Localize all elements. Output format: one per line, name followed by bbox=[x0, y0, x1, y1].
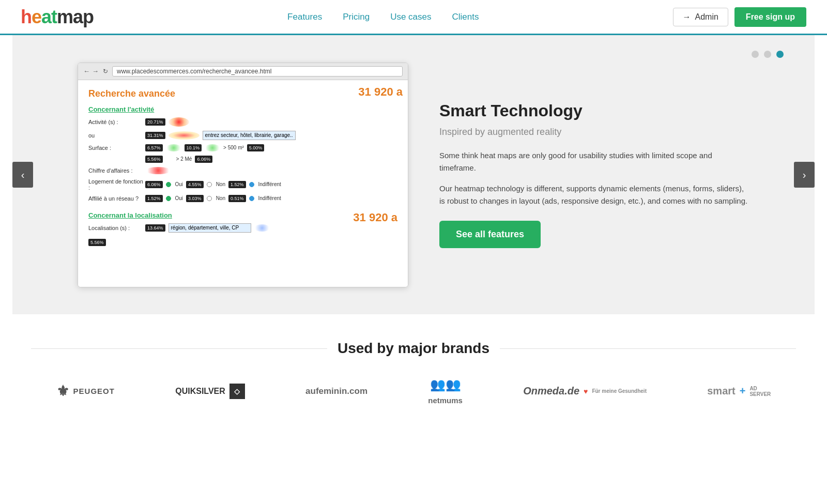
hm-indiff2-label: Indifférent bbox=[258, 195, 281, 201]
hm-heat-surface2 bbox=[205, 144, 220, 151]
brand-quiksilver: QUIKSILVER ◇ bbox=[175, 384, 245, 399]
quiksilver-box: ◇ bbox=[229, 384, 245, 399]
hero-heading: Smart Technology bbox=[439, 101, 749, 120]
slider-prev-button[interactable]: ‹ bbox=[12, 162, 33, 188]
hm-row-surface2: 5.56% > 2 Mé 6.06% bbox=[88, 156, 397, 163]
nav-use-cases[interactable]: Use cases bbox=[390, 12, 431, 22]
hm-non2-label: Non bbox=[216, 195, 225, 201]
hm-radio-non2 bbox=[207, 196, 212, 201]
onmeda-label: Onmeda.de bbox=[523, 385, 579, 397]
quiksilver-icon: ◇ bbox=[234, 387, 240, 395]
hm-oui2-label: Oui bbox=[175, 195, 183, 201]
hm-controls-logement: 6.06% Oui 4.55% Non 1.52% Indifférent bbox=[145, 181, 397, 188]
hm-row-surface: Surface : 6.57% 10.1% > 500 m² 5.00% bbox=[88, 144, 397, 151]
back-arrow[interactable]: ← bbox=[83, 67, 90, 75]
see-all-features-button[interactable]: See all features bbox=[439, 221, 541, 248]
nav-features[interactable]: Features bbox=[287, 12, 322, 22]
peugeot-label: PEUGEOT bbox=[73, 387, 115, 395]
nav-pricing[interactable]: Pricing bbox=[343, 12, 370, 22]
browser-body: Recherche avancée 31 920 a Concernant l'… bbox=[78, 80, 408, 287]
hm-input-localisation[interactable] bbox=[169, 223, 251, 233]
hm-oui-label: Oui bbox=[175, 181, 183, 187]
hm-controls-affilie: 1.52% Oui 3.03% Non 0.51% Indifférent bbox=[145, 195, 397, 202]
admin-button[interactable]: → Admin bbox=[673, 8, 728, 26]
hm-label-500: > 500 m² bbox=[223, 145, 244, 150]
onmeda-heart-icon: ♥ bbox=[584, 387, 588, 395]
hm-row-localisation: Localisation (s) : 13.64% bbox=[88, 223, 353, 233]
aufeminin-label: aufeminin.com bbox=[305, 386, 367, 396]
brands-section: Used by major brands ⚜ PEUGEOT QUIKSILVE… bbox=[0, 314, 827, 425]
slider-dot-3[interactable] bbox=[776, 51, 784, 58]
nav-clients[interactable]: Clients bbox=[452, 12, 479, 22]
hm-controls-surface2: 5.56% > 2 Mé 6.06% bbox=[145, 156, 397, 163]
browser-toolbar: ← → ↻ www.placedescommerces.com/recherch… bbox=[78, 63, 408, 80]
hm-indiff-label: Indifférent bbox=[258, 181, 281, 187]
peugeot-icon: ⚜ bbox=[56, 383, 69, 400]
hm-badge-556: 5.56% bbox=[145, 156, 163, 163]
hm-badge-500: 5.00% bbox=[247, 144, 265, 151]
hero-subheading: Inspired by augmented reality bbox=[439, 125, 749, 140]
hm-heat-red-1 bbox=[169, 117, 189, 127]
hm-badge-localisation: 13.64% bbox=[145, 224, 165, 232]
header-actions: → Admin Free sign up bbox=[673, 7, 806, 27]
hm-badge-logement1: 6.06% bbox=[145, 181, 163, 188]
hm-heat-ou bbox=[169, 131, 200, 140]
slider-dot-1[interactable] bbox=[752, 51, 759, 58]
hm-badge-657: 6.57% bbox=[145, 144, 163, 151]
netmums-label: netmums bbox=[428, 396, 463, 405]
hero-text: Smart Technology Inspired by augmented r… bbox=[439, 101, 749, 249]
hm-controls-surface: 6.57% 10.1% > 500 m² 5.00% bbox=[145, 144, 397, 151]
hm-section-1: Concernant l'activité bbox=[88, 105, 397, 113]
hm-radio-indiff bbox=[249, 182, 254, 187]
smart-plus-icon: + bbox=[740, 385, 746, 397]
hm-row-activite: Activité (s) : 20.71% bbox=[88, 117, 397, 127]
browser-arrows: ← → bbox=[83, 67, 99, 75]
hm-label-activite: Activité (s) : bbox=[88, 119, 145, 125]
brands-logos: ⚜ PEUGEOT QUIKSILVER ◇ aufeminin.com 👥👥 … bbox=[31, 377, 796, 405]
hm-label-localisation: Localisation (s) : bbox=[88, 225, 145, 231]
hero-content: ← → ↻ www.placedescommerces.com/recherch… bbox=[78, 63, 749, 287]
netmums-icon: 👥👥 bbox=[430, 377, 461, 392]
hm-section-2: Concernant la localisation bbox=[88, 211, 397, 219]
brands-line-left bbox=[31, 348, 327, 349]
hm-label-ou: ou bbox=[88, 132, 145, 139]
slider-dot-2[interactable] bbox=[764, 51, 771, 58]
brand-smart: smart + ADSERVER bbox=[707, 385, 771, 397]
browser-mockup: ← → ↻ www.placedescommerces.com/recherch… bbox=[78, 63, 408, 287]
hm-count-2: 31 920 a bbox=[353, 211, 397, 224]
hero-section: ‹ › ← → ↻ www.placedescommerces.com/rech… bbox=[12, 35, 815, 314]
hero-para-2: Our heatmap technology is different, sup… bbox=[439, 182, 749, 207]
hm-heat-loc bbox=[254, 224, 270, 232]
hm-controls-activite: 20.71% bbox=[145, 117, 397, 127]
forward-arrow[interactable]: → bbox=[92, 67, 99, 75]
hm-row-affilie: Affilié à un réseau ? 1.52% Oui 3.03% No… bbox=[88, 195, 397, 202]
hm-radio-indiff2 bbox=[249, 196, 254, 201]
hm-radio-oui bbox=[166, 182, 171, 187]
browser-address-bar[interactable]: www.placedescommerces.com/recherche_avan… bbox=[112, 66, 403, 77]
hm-label-logement: Logement de fonction : bbox=[88, 178, 145, 191]
hm-non-label: Non bbox=[216, 181, 225, 187]
hm-badge-606: 6.06% bbox=[195, 156, 212, 163]
hm-input-ou[interactable] bbox=[203, 131, 296, 140]
admin-icon: → bbox=[683, 12, 691, 22]
brand-onmeda: Onmeda.de ♥ Für meine Gesundheit bbox=[523, 385, 647, 397]
smart-label: smart bbox=[707, 385, 735, 397]
logo[interactable]: heatmap bbox=[21, 6, 94, 28]
hm-badge-logement2: 4.55% bbox=[186, 181, 204, 188]
refresh-icon[interactable]: ↻ bbox=[103, 68, 108, 75]
hm-badge-20: 20.71% bbox=[145, 118, 165, 126]
hm-controls-chiffre bbox=[145, 167, 397, 174]
hm-badge-affilie3: 0.51% bbox=[228, 195, 246, 202]
smart-ad-server-label: ADSERVER bbox=[749, 386, 771, 397]
brands-title-row: Used by major brands bbox=[31, 340, 796, 357]
hm-radio-non bbox=[207, 182, 212, 187]
slider-next-button[interactable]: › bbox=[794, 162, 815, 188]
free-signup-button[interactable]: Free sign up bbox=[734, 7, 806, 27]
brand-netmums: 👥👥 netmums bbox=[428, 377, 463, 405]
slider-dots bbox=[752, 51, 784, 58]
hm-heat-surface1 bbox=[166, 144, 181, 151]
hero-para-1: Some think heat maps are only good for u… bbox=[439, 149, 749, 174]
brands-line-right bbox=[500, 348, 796, 349]
hm-row-ou: ou 31.31% bbox=[88, 131, 397, 140]
hm-badge-affilie1: 1.52% bbox=[145, 195, 163, 202]
